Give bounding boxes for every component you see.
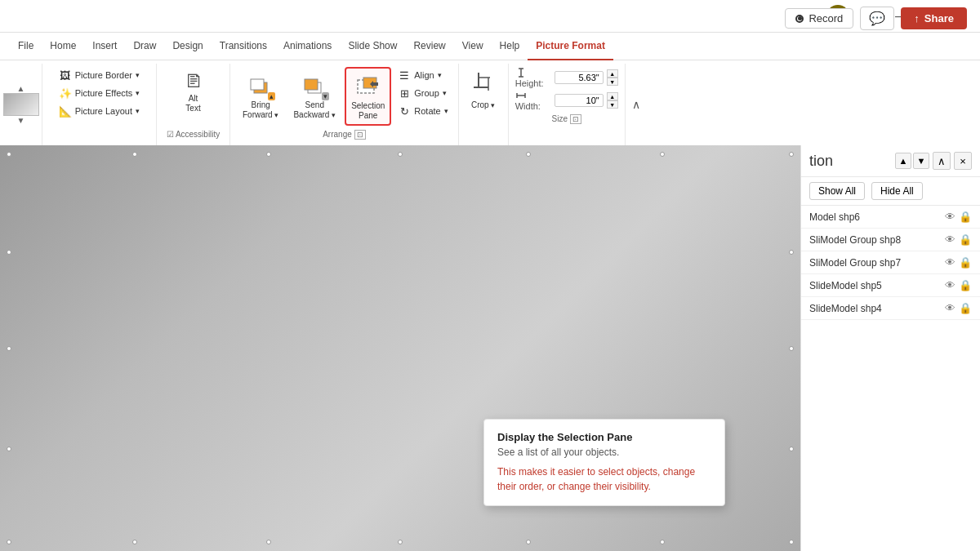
share-label: Share: [924, 12, 954, 24]
send-backward-button[interactable]: ▾ SendBackward ▾: [287, 67, 341, 124]
tab-file[interactable]: File: [10, 33, 42, 60]
picture-effects-button[interactable]: ✨ Picture Effects ▾: [56, 85, 144, 101]
item-label-5: SlideModel shp4: [809, 303, 882, 314]
panel-move-down-button[interactable]: ▼: [913, 153, 929, 169]
rotate-label: Rotate: [414, 106, 440, 116]
picture-border-button[interactable]: 🖼 Picture Border ▾: [56, 67, 144, 83]
tab-review[interactable]: Review: [405, 33, 453, 60]
selection-dot-top-3: [526, 152, 531, 157]
group-chevron: ▾: [443, 89, 447, 97]
ribbon-group-crop: Crop ▾: [459, 64, 509, 145]
picture-layout-button[interactable]: 📐 Picture Layout ▾: [56, 103, 144, 119]
lock-icon-2[interactable]: 🔒: [959, 233, 972, 246]
align-chevron: ▾: [438, 71, 442, 79]
picture-effects-icon: ✨: [59, 87, 72, 100]
height-decrement[interactable]: ▼: [607, 78, 618, 86]
item-icons-5: 👁 🔒: [945, 302, 972, 314]
list-item[interactable]: SlideModel shp4 👁 🔒: [801, 297, 980, 320]
lock-icon-4[interactable]: 🔒: [959, 279, 972, 291]
rotate-button[interactable]: ↻ Rotate ▾: [394, 103, 451, 119]
arrange-sub-group: ☰ Align ▾ ⊞ Group ▾ ↻ Rotate ▾: [394, 67, 451, 119]
eye-icon-2[interactable]: 👁: [945, 233, 956, 246]
tab-insert[interactable]: Insert: [84, 33, 125, 60]
ribbon-group-picture-styles: 🖼 Picture Border ▾ ✨ Picture Effects ▾ 📐…: [42, 64, 157, 145]
list-item[interactable]: Model shp6 👁 🔒: [801, 206, 980, 229]
lock-icon-5[interactable]: 🔒: [959, 302, 972, 314]
svg-rect-1: [251, 79, 264, 90]
picture-styles-items: 🖼 Picture Border ▾ ✨ Picture Effects ▾ 📐…: [56, 67, 144, 142]
crop-button[interactable]: Crop ▾: [466, 67, 501, 114]
slide-thumbnail-panel: ▲ ▼: [0, 64, 42, 145]
height-increment[interactable]: ▲: [607, 69, 618, 78]
tab-help[interactable]: Help: [492, 33, 528, 60]
lock-icon-1[interactable]: 🔒: [959, 211, 972, 223]
picture-layout-icon: 📐: [59, 104, 72, 118]
tab-animations[interactable]: Animations: [275, 33, 340, 60]
tab-draw[interactable]: Draw: [125, 33, 164, 60]
arrange-group-label: Arrange ⊡: [323, 130, 365, 142]
record-button[interactable]: Record: [785, 8, 853, 29]
height-input[interactable]: [555, 71, 604, 84]
tooltip-subtitle: See a list of all your objects.: [497, 447, 711, 458]
selection-dot-bottom-1: [132, 540, 137, 544]
align-button[interactable]: ☰ Align ▾: [394, 67, 451, 83]
eye-icon-1[interactable]: 👁: [945, 211, 956, 223]
picture-effects-label: Picture Effects: [75, 88, 133, 98]
selection-dot-left-3: [7, 447, 11, 451]
width-spinner: ▲ ▼: [607, 92, 618, 109]
list-item[interactable]: SlideModel shp5 👁 🔒: [801, 274, 980, 297]
bring-forward-button[interactable]: ▴ BringForward ▾: [237, 67, 284, 124]
tab-slideshow[interactable]: Slide Show: [340, 33, 405, 60]
eye-icon-3[interactable]: 👁: [945, 256, 956, 269]
panel-move-up-button[interactable]: ▲: [895, 153, 911, 169]
picture-border-label: Picture Border: [75, 70, 132, 80]
eye-icon-5[interactable]: 👁: [945, 302, 956, 314]
record-dot-inner: [798, 16, 802, 20]
accessibility-label: ☑ Accessibility: [167, 130, 220, 142]
panel-item-list: Model shp6 👁 🔒 SliModel Group shp8 👁 🔒 S…: [801, 206, 980, 551]
ribbon-collapse-area: ∧: [626, 64, 647, 145]
selection-dot-top-1: [132, 152, 137, 157]
ribbon-group-size: Height: ▲ ▼ Width: ▲ ▼ Size ⊡: [509, 64, 626, 145]
hide-all-button[interactable]: Hide All: [871, 182, 923, 200]
lock-icon-3[interactable]: 🔒: [959, 256, 972, 269]
panel-actions: Show All Hide All: [801, 177, 980, 206]
height-label: Height:: [515, 67, 551, 88]
list-item[interactable]: SliModel Group shp8 👁 🔒: [801, 229, 980, 251]
item-label-2: SliModel Group shp8: [809, 234, 901, 246]
selection-dot-top-center: [398, 152, 403, 157]
alt-text-button[interactable]: 🖹 AltText: [176, 67, 212, 118]
scroll-down-arrow[interactable]: ▼: [17, 116, 25, 125]
width-decrement[interactable]: ▼: [607, 100, 618, 109]
eye-icon-4[interactable]: 👁: [945, 279, 956, 291]
panel-close-button[interactable]: ×: [954, 152, 972, 170]
tooltip-description: This makes it easier to select objects, …: [497, 464, 711, 494]
width-input[interactable]: [555, 94, 604, 107]
selection-dot-corner-br: [789, 540, 794, 544]
alt-text-label: AltText: [185, 94, 200, 113]
show-all-button[interactable]: Show All: [809, 182, 865, 200]
width-row: Width: ▲ ▼: [515, 90, 618, 111]
bring-forward-label: BringForward ▾: [243, 100, 278, 120]
scroll-up-arrow[interactable]: ▲: [17, 84, 25, 93]
group-button[interactable]: ⊞ Group ▾: [394, 85, 451, 101]
slide-canvas-area: Display the Selection Pane See a list of…: [0, 145, 800, 551]
selection-pane-button[interactable]: SelectionPane: [345, 67, 391, 126]
size-group-label: Size ⊡: [515, 114, 618, 123]
width-increment[interactable]: ▲: [607, 92, 618, 100]
panel-header-controls: ▲ ▼ ∧ ×: [895, 152, 972, 170]
ribbon-collapse-button[interactable]: ∧: [629, 95, 644, 114]
list-item[interactable]: SliModel Group shp7 👁 🔒: [801, 251, 980, 274]
slide-thumbnail: [3, 93, 39, 116]
panel-collapse-button[interactable]: ∧: [933, 152, 951, 170]
selection-dot-left-1: [7, 250, 11, 255]
tab-picture-format[interactable]: Picture Format: [528, 33, 613, 60]
selection-dot-corner-tr: [789, 152, 794, 157]
tab-transitions[interactable]: Transitions: [212, 33, 275, 60]
tab-view[interactable]: View: [454, 33, 492, 60]
tab-design[interactable]: Design: [164, 33, 211, 60]
tab-home[interactable]: Home: [42, 33, 84, 60]
share-button[interactable]: ↑ Share: [901, 7, 967, 29]
main-layout: Display the Selection Pane See a list of…: [0, 145, 980, 551]
comment-button[interactable]: 💬: [860, 7, 894, 30]
